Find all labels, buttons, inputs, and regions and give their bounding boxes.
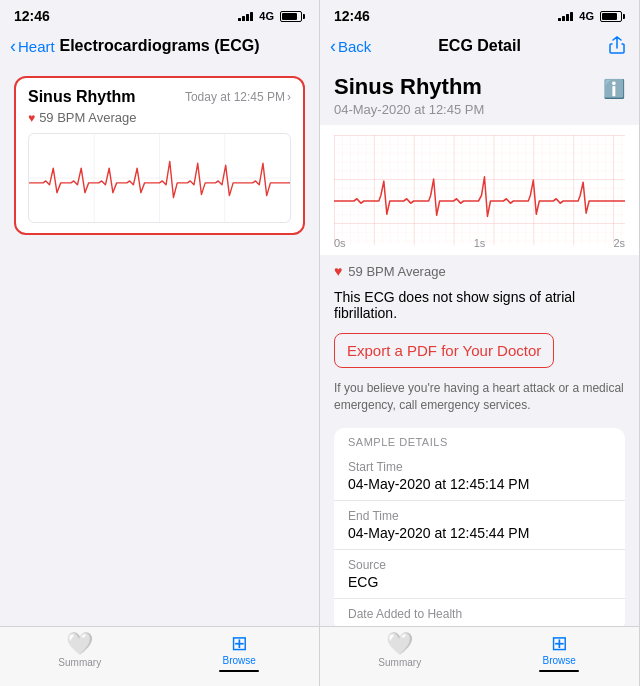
info-icon[interactable]: ℹ️ — [603, 78, 625, 100]
signal-bars-right — [558, 11, 573, 21]
ecg-card-header: Sinus Rhythm Today at 12:45 PM › — [28, 88, 291, 106]
status-icons-left: 4G — [238, 10, 305, 22]
status-bar-right: 12:46 4G — [320, 0, 639, 28]
nav-title-left: Electrocardiograms (ECG) — [59, 37, 259, 55]
right-screen: 12:46 4G ‹ Back ECG Detail — [320, 0, 640, 686]
status-icons-right: 4G — [558, 10, 625, 22]
left-screen: 12:46 4G ‹ Heart Electrocardiograms (ECG… — [0, 0, 320, 686]
start-time-value: 04-May-2020 at 12:45:14 PM — [348, 476, 611, 492]
sample-row-source: Source ECG — [334, 550, 625, 599]
status-bar-left: 12:46 4G — [0, 0, 319, 28]
nav-bar-left: ‹ Heart Electrocardiograms (ECG) — [0, 28, 319, 68]
back-label-left: Heart — [18, 38, 55, 55]
detail-title: Sinus Rhythm — [334, 74, 484, 100]
ecg-waveform-left — [29, 134, 290, 222]
export-pdf-button[interactable]: Export a PDF for Your Doctor — [334, 333, 554, 368]
source-label: Source — [348, 558, 611, 572]
end-time-value: 04-May-2020 at 12:45:44 PM — [348, 525, 611, 541]
tab-indicator-right — [539, 670, 579, 672]
network-type-right: 4G — [579, 10, 594, 22]
ecg-card-date: Today at 12:45 PM › — [185, 90, 291, 104]
tab-summary-right[interactable]: 🤍 Summary — [320, 633, 480, 676]
browse-tab-icon-left: ⊞ — [231, 633, 248, 653]
detail-bpm-row: ♥ 59 BPM Average — [320, 255, 639, 287]
detail-bpm-text: 59 BPM Average — [348, 264, 445, 279]
tab-bar-right: 🤍 Summary ⊞ Browse — [320, 626, 639, 686]
time-right: 12:46 — [334, 8, 370, 24]
back-button-left[interactable]: ‹ Heart — [10, 38, 55, 55]
time-left: 12:46 — [14, 8, 50, 24]
nav-bar-right: ‹ Back ECG Detail — [320, 28, 639, 68]
time-label-0: 0s — [334, 237, 346, 249]
chevron-right-icon: › — [287, 90, 291, 104]
ecg-chart-left — [28, 133, 291, 223]
ecg-chart-right: 0s 1s 2s — [320, 125, 639, 255]
time-label-2: 2s — [613, 237, 625, 249]
signal-bars-left — [238, 11, 253, 21]
detail-content: Sinus Rhythm 04-May-2020 at 12:45 PM ℹ️ — [320, 68, 639, 626]
heart-icon-detail: ♥ — [334, 263, 342, 279]
date-added-label: Date Added to Health — [348, 607, 611, 621]
battery-icon-left — [280, 11, 305, 22]
detail-header: Sinus Rhythm 04-May-2020 at 12:45 PM ℹ️ — [320, 68, 639, 125]
tab-indicator-left — [219, 670, 259, 672]
export-btn-container: Export a PDF for Your Doctor — [320, 329, 639, 376]
start-time-label: Start Time — [348, 460, 611, 474]
back-label-right: Back — [338, 38, 371, 55]
back-arrow-icon-right: ‹ — [330, 37, 336, 55]
end-time-label: End Time — [348, 509, 611, 523]
tab-bar-left: 🤍 Summary ⊞ Browse — [0, 626, 319, 686]
share-button[interactable] — [609, 36, 625, 57]
battery-icon-right — [600, 11, 625, 22]
heart-tab-icon-right: 🤍 — [386, 633, 413, 655]
time-label-1: 1s — [474, 237, 486, 249]
sample-row-end: End Time 04-May-2020 at 12:45:44 PM — [334, 501, 625, 550]
ecg-card-title: Sinus Rhythm — [28, 88, 136, 106]
sample-details-card: SAMPLE DETAILS Start Time 04-May-2020 at… — [334, 428, 625, 626]
detail-date: 04-May-2020 at 12:45 PM — [334, 102, 484, 117]
ecg-waveform-right — [334, 135, 625, 245]
tab-browse-right[interactable]: ⊞ Browse — [480, 633, 640, 676]
heart-icon: ♥ — [28, 111, 35, 125]
ecg-bpm-text: 59 BPM Average — [39, 110, 136, 125]
source-value: ECG — [348, 574, 611, 590]
sample-row-date-added: Date Added to Health — [334, 599, 625, 626]
tab-browse-label-left: Browse — [223, 655, 256, 666]
heart-tab-icon-left: 🤍 — [66, 633, 93, 655]
share-icon — [609, 36, 625, 54]
nav-title-right: ECG Detail — [438, 37, 521, 55]
time-labels: 0s 1s 2s — [334, 237, 625, 249]
tab-summary-label-left: Summary — [58, 657, 101, 668]
network-type-left: 4G — [259, 10, 274, 22]
sample-details-header: SAMPLE DETAILS — [334, 428, 625, 452]
ecg-bpm-row: ♥ 59 BPM Average — [28, 110, 291, 125]
ecg-card[interactable]: Sinus Rhythm Today at 12:45 PM › ♥ 59 BP… — [14, 76, 305, 235]
browse-tab-icon-right: ⊞ — [551, 633, 568, 653]
detail-description: This ECG does not show signs of atrial f… — [320, 287, 639, 329]
tab-summary-left[interactable]: 🤍 Summary — [0, 633, 160, 676]
sample-row-start: Start Time 04-May-2020 at 12:45:14 PM — [334, 452, 625, 501]
tab-browse-left[interactable]: ⊞ Browse — [160, 633, 320, 676]
back-button-right[interactable]: ‹ Back — [330, 38, 371, 55]
tab-browse-label-right: Browse — [543, 655, 576, 666]
tab-summary-label-right: Summary — [378, 657, 421, 668]
left-content: Sinus Rhythm Today at 12:45 PM › ♥ 59 BP… — [0, 68, 319, 626]
emergency-text: If you believe you're having a heart att… — [320, 376, 639, 422]
back-arrow-icon: ‹ — [10, 37, 16, 55]
